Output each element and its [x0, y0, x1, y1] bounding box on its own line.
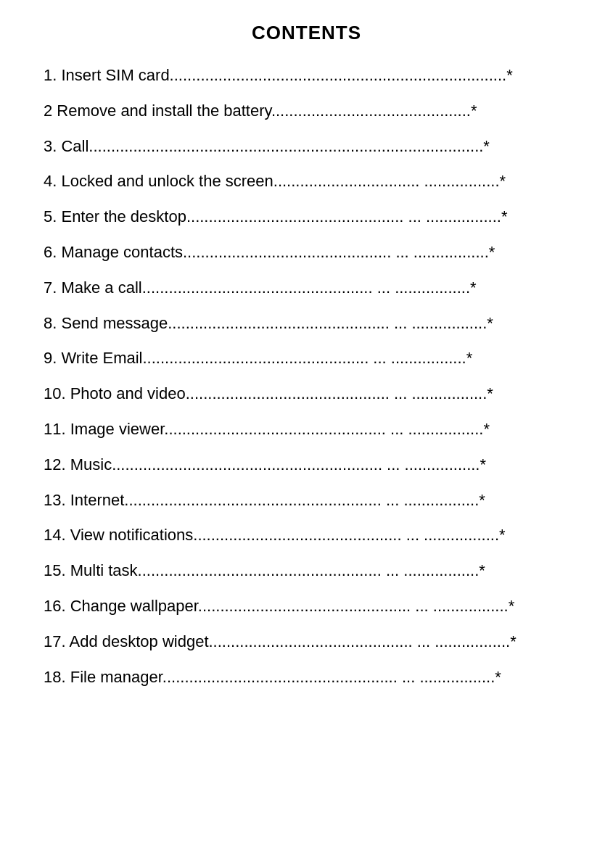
- toc-item: 2 Remove and install the battery........…: [44, 100, 569, 123]
- toc-item: 1. Insert SIM card......................…: [44, 65, 569, 87]
- page-title: CONTENTS: [44, 22, 569, 44]
- toc-item-text: 7. Make a call..........................…: [44, 278, 477, 297]
- toc-item: 9. Write Email..........................…: [44, 347, 569, 370]
- toc-item-text: 3. Call.................................…: [44, 137, 490, 155]
- toc-item-text: 16. Change wallpaper....................…: [44, 597, 514, 615]
- toc-item-text: 17. Add desktop widget..................…: [44, 632, 517, 650]
- toc-item: 11. Image viewer........................…: [44, 418, 569, 441]
- toc-item: 14. View notifications..................…: [44, 524, 569, 547]
- toc-item: 17. Add desktop widget..................…: [44, 631, 569, 653]
- toc-item: 8. Send message.........................…: [44, 313, 569, 335]
- toc-item: 10. Photo and video.....................…: [44, 383, 569, 405]
- toc-item: 16. Change wallpaper....................…: [44, 595, 569, 618]
- toc-item-text: 5. Enter the desktop....................…: [44, 207, 507, 226]
- toc-item-text: 14. View notifications..................…: [44, 526, 506, 544]
- toc-item: 15. Multi task..........................…: [44, 560, 569, 582]
- toc-item-text: 12. Music...............................…: [44, 455, 486, 474]
- toc-item-text: 1. Insert SIM card......................…: [44, 66, 513, 84]
- toc-item: 5. Enter the desktop....................…: [44, 206, 569, 228]
- toc-item: 3. Call.................................…: [44, 136, 569, 158]
- toc-item: 13. Internet............................…: [44, 489, 569, 512]
- toc-item: 4. Locked and unlock the screen.........…: [44, 170, 569, 193]
- toc-item-text: 18. File manager........................…: [44, 668, 501, 686]
- toc-list: 1. Insert SIM card......................…: [44, 65, 569, 688]
- toc-item-text: 8. Send message.........................…: [44, 314, 493, 332]
- toc-item: 6. Manage contacts......................…: [44, 241, 569, 264]
- toc-item: 7. Make a call..........................…: [44, 277, 569, 299]
- toc-item-text: 11. Image viewer........................…: [44, 420, 490, 438]
- toc-item-text: 13. Internet............................…: [44, 491, 485, 509]
- toc-item-text: 10. Photo and video.....................…: [44, 384, 493, 402]
- toc-item-text: 6. Manage contacts......................…: [44, 243, 495, 261]
- toc-item-text: 4. Locked and unlock the screen.........…: [44, 172, 506, 190]
- toc-item: 12. Music...............................…: [44, 454, 569, 476]
- toc-item-text: 9. Write Email..........................…: [44, 349, 472, 367]
- toc-item-text: 15. Multi task..........................…: [44, 561, 485, 579]
- toc-item: 18. File manager........................…: [44, 666, 569, 689]
- toc-item-text: 2 Remove and install the battery........…: [44, 102, 477, 120]
